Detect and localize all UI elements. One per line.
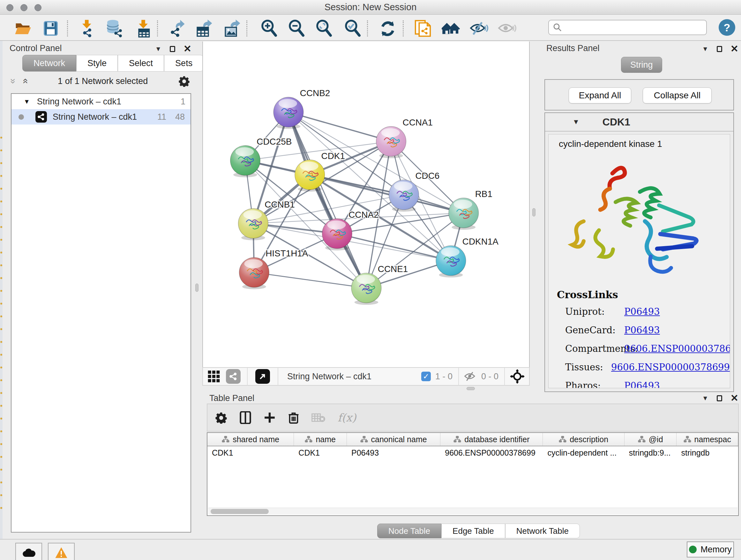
network-canvas[interactable]: CCNB2CCNA1CDC25BCDK1CDC6RB1CCNB1CCNA2CDK…	[202, 42, 530, 367]
network-node-cdk1[interactable]: CDK1	[295, 151, 345, 192]
tab-node-table[interactable]: Node Table	[377, 523, 441, 538]
panel-close-icon[interactable]: ✕	[184, 44, 192, 54]
network-row[interactable]: String Network – cdk1 11 48	[11, 109, 191, 125]
network-edge[interactable]	[310, 175, 464, 213]
detach-view-button[interactable]	[255, 369, 270, 384]
network-edge[interactable]	[337, 234, 451, 261]
network-node-cdkn1a[interactable]: CDKN1A	[436, 237, 498, 277]
collapse-all-button[interactable]: Collapse All	[643, 87, 712, 104]
network-collection-row[interactable]: ▼ String Network – cdk1 1	[11, 94, 191, 109]
refresh-view-button[interactable]	[379, 19, 397, 38]
memory-button[interactable]: Memory	[687, 542, 734, 557]
network-node-rb1[interactable]: RB1	[449, 189, 492, 230]
search-input[interactable]	[562, 23, 696, 33]
table-cell[interactable]: CDK1	[207, 448, 294, 457]
birdseye-crosshair-icon[interactable]	[510, 369, 525, 384]
table-settings-gear-icon[interactable]	[215, 412, 227, 424]
minimize-window-button[interactable]	[20, 4, 27, 11]
export-table-button[interactable]	[195, 19, 213, 38]
show-hidden-button[interactable]	[498, 19, 516, 38]
table-row[interactable]: CDK1CDK1P064939606.ENSP00000378699cyclin…	[207, 446, 738, 459]
crosslink-link[interactable]: P06493	[624, 306, 660, 317]
zoom-out-button[interactable]	[287, 19, 306, 38]
table-cell[interactable]: stringdb	[677, 448, 738, 457]
expand-all-networks-icon[interactable]: »	[8, 78, 19, 84]
import-table-button[interactable]	[134, 19, 152, 38]
string-view-icon[interactable]	[226, 369, 241, 384]
tab-select[interactable]: Select	[118, 55, 164, 71]
column-header-namespac[interactable]: namespac	[677, 433, 738, 446]
panel-menu-icon[interactable]: ▼	[155, 45, 161, 53]
delete-column-trash-icon[interactable]	[288, 411, 299, 424]
crosslink-link[interactable]: P06493	[624, 325, 660, 335]
collection-expander-icon[interactable]: ▼	[23, 98, 30, 105]
close-window-button[interactable]	[6, 4, 13, 11]
export-network-button[interactable]	[167, 19, 186, 38]
column-header-name[interactable]: name	[294, 433, 347, 446]
panel-close-icon[interactable]: ✕	[731, 393, 738, 403]
column-header-description[interactable]: description	[543, 433, 624, 446]
panel-float-icon[interactable]	[170, 46, 175, 52]
crosslink-link[interactable]: 9606.ENSP00000378699	[611, 362, 730, 373]
gene-collapse-icon[interactable]: ▼	[572, 118, 580, 126]
tab-network[interactable]: Network	[22, 55, 76, 71]
panel-float-icon[interactable]	[717, 395, 722, 401]
panel-close-icon[interactable]: ✕	[731, 44, 738, 54]
tab-sets[interactable]: Sets	[164, 55, 204, 71]
network-options-gear-icon[interactable]	[179, 75, 190, 87]
right-splitter-handle[interactable]	[532, 208, 536, 216]
column-header-canonical-name[interactable]: canonical name	[347, 433, 441, 446]
crosslink-link[interactable]: 9606.ENSP00000378699	[624, 343, 730, 354]
network-edge[interactable]	[288, 112, 366, 288]
panel-float-icon[interactable]	[717, 46, 722, 52]
left-splitter-handle[interactable]	[195, 284, 199, 292]
import-network-database-button[interactable]	[105, 19, 123, 38]
network-node-ccnb1[interactable]: CCNB1	[239, 199, 295, 240]
string-network-graph[interactable]: CCNB2CCNA1CDC25BCDK1CDC6RB1CCNB1CCNA2CDK…	[203, 42, 529, 366]
selected-checkbox-icon[interactable]: ✓	[421, 372, 431, 381]
zoom-window-button[interactable]	[35, 4, 42, 11]
tab-edge-table[interactable]: Edge Table	[441, 523, 505, 538]
view-grid-icon[interactable]	[207, 370, 220, 383]
import-network-button[interactable]	[78, 19, 96, 38]
table-horizontal-scrollbar[interactable]	[208, 508, 738, 515]
gene-section-header[interactable]: ▼ CDK1	[545, 113, 733, 132]
toolbar-search[interactable]	[548, 20, 707, 35]
duplicate-network-button[interactable]	[414, 19, 432, 38]
panel-menu-icon[interactable]: ▼	[702, 395, 709, 402]
show-columns-icon[interactable]	[239, 411, 252, 424]
column-header-database-identifier[interactable]: database identifier	[441, 433, 543, 446]
network-node-ccne1[interactable]: CCNE1	[351, 264, 408, 305]
expand-all-button[interactable]: Expand All	[569, 87, 631, 104]
show-all-views-button[interactable]	[442, 19, 460, 38]
add-column-icon[interactable]	[264, 412, 276, 424]
tab-string[interactable]: String	[621, 57, 662, 73]
network-node-ccna1[interactable]: CCNA1	[376, 118, 433, 159]
warnings-button[interactable]	[48, 543, 75, 560]
network-node-hist1h1a[interactable]: HIST1H1A	[239, 248, 308, 289]
window-controls[interactable]	[6, 4, 42, 11]
table-cell[interactable]: stringdb:9...	[624, 448, 677, 457]
tab-style[interactable]: Style	[76, 55, 118, 71]
panel-menu-icon[interactable]: ▼	[702, 45, 709, 53]
hidden-eye-slash-icon[interactable]	[464, 372, 477, 381]
export-image-button[interactable]	[223, 19, 241, 38]
network-edge[interactable]	[254, 272, 366, 288]
open-session-button[interactable]	[13, 19, 32, 38]
crosslink-link[interactable]: P06493	[624, 380, 660, 388]
zoom-in-button[interactable]	[260, 19, 278, 38]
hide-selected-button[interactable]	[470, 19, 488, 38]
network-node-cdc25b[interactable]: CDC25B	[230, 137, 292, 178]
network-edge[interactable]	[288, 112, 391, 141]
zoom-selected-button[interactable]	[343, 19, 362, 38]
help-button[interactable]: ?	[719, 19, 735, 36]
column-header--id[interactable]: @id	[624, 433, 677, 446]
column-header-shared-name[interactable]: shared name	[207, 433, 294, 446]
table-cell[interactable]: 9606.ENSP00000378699	[441, 448, 543, 457]
network-node-ccnb2[interactable]: CCNB2	[273, 88, 330, 129]
zoom-fit-button[interactable]	[315, 19, 333, 38]
bottom-splitter-handle[interactable]	[467, 387, 475, 390]
cloud-status-button[interactable]	[15, 543, 42, 560]
save-session-button[interactable]	[42, 19, 60, 38]
scrollbar-thumb[interactable]	[211, 509, 269, 514]
